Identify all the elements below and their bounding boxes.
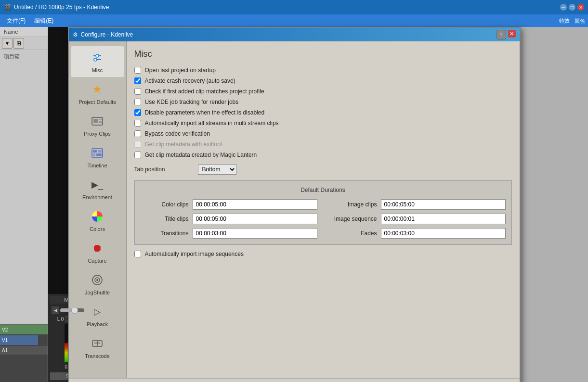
jogshuttle-icon — [90, 272, 105, 288]
menu-file[interactable]: 文件(F) — [3, 16, 29, 26]
duration-fades: Fades — [329, 228, 506, 239]
fades-input[interactable] — [381, 228, 506, 239]
project-defaults-icon: ★ — [90, 82, 105, 97]
svg-point-17 — [96, 279, 98, 281]
sidebar-jog-label: JogShuttle — [85, 290, 110, 295]
app-title: Untitled / HD 1080p 25 fps - Kdenlive — [14, 4, 109, 11]
default-durations-box: Default Durations Color clips Image clip… — [134, 180, 512, 245]
checkbox-disable-params-label: Disable parameters when the effect is di… — [145, 109, 265, 116]
checkbox-magic-lantern-input[interactable] — [134, 152, 141, 158]
checkbox-magic-lantern: Get clip metadata created by Magic Lante… — [134, 152, 512, 158]
dialog-main-content: Misc Open last project on startup Activa… — [127, 41, 520, 378]
sidebar-item-jogshuttle[interactable]: JogShuttle — [71, 268, 124, 299]
sidebar-item-capture[interactable]: ⏺ Capture — [71, 237, 124, 267]
tab-position-select[interactable]: Bottom Top Left Right — [198, 164, 236, 175]
sidebar-item-playback[interactable]: ▷ Playback — [71, 300, 124, 331]
svg-rect-10 — [93, 150, 97, 153]
svg-rect-5 — [93, 119, 98, 123]
dialog-body: Misc ★ Project Defaults — [69, 41, 520, 378]
checkbox-exiftool-label: Get clip metadata with exiftool — [145, 141, 222, 148]
checkbox-check-profile-label: Check if first added clip matches projec… — [145, 88, 264, 95]
checkbox-disable-params-input[interactable] — [134, 109, 141, 116]
sidebar-playback-label: Playback — [87, 321, 108, 327]
color-clips-input[interactable] — [193, 199, 317, 210]
colors-icon — [90, 209, 105, 224]
close-btn[interactable]: ✕ — [577, 4, 584, 11]
checkbox-exiftool-input[interactable] — [134, 141, 141, 148]
sidebar-item-misc[interactable]: Misc — [71, 46, 124, 77]
svg-rect-12 — [93, 153, 95, 156]
image-sequence-input[interactable] — [381, 214, 506, 224]
svg-rect-13 — [96, 153, 102, 156]
sidebar: Misc ★ Project Defaults — [69, 41, 127, 378]
tab-position-label: Tab position — [134, 166, 192, 173]
checkbox-import-streams-input[interactable] — [134, 120, 141, 127]
dialog-footer: Restore Defaults OK ✕ Cancel Apply ? Hel… — [69, 378, 520, 382]
image-sequence-label: Image sequence — [329, 216, 377, 222]
checkbox-magic-lantern-label: Get clip metadata created by Magic Lante… — [145, 152, 257, 158]
sidebar-transcode-label: Transcode — [85, 353, 110, 359]
volume-knob[interactable] — [71, 307, 78, 314]
sidebar-item-timeline[interactable]: Timeline — [71, 141, 124, 172]
checkbox-import-streams-label: Automatically import all streams in mult… — [145, 120, 279, 127]
duration-color-clips: Color clips — [141, 199, 317, 210]
sidebar-item-transcode[interactable]: Transcode — [71, 332, 124, 363]
checkboxes-section: Open last project on startup Activate cr… — [134, 67, 512, 158]
timeline-icon — [90, 145, 105, 161]
app-icon: 🎬 — [4, 4, 11, 11]
checkbox-import-streams: Automatically import all streams in mult… — [134, 120, 512, 127]
app-container: Name ▾ ⊞ 项目箱 V2 V1 A1 ⚙ — [0, 27, 588, 382]
title-bar-left: 🎬 Untitled / HD 1080p 25 fps - Kdenlive — [4, 4, 109, 11]
configure-dialog: ⚙ Configure - Kdenlive ? ✕ — [68, 27, 521, 382]
sidebar-item-project-defaults[interactable]: ★ Project Defaults — [71, 78, 124, 109]
dialog-title-bar: ⚙ Configure - Kdenlive ? ✕ — [69, 28, 520, 41]
misc-icon — [90, 50, 105, 65]
title-clips-label: Title clips — [141, 216, 189, 222]
svg-rect-9 — [92, 149, 103, 157]
sidebar-proxy-label: Proxy Clips — [84, 131, 111, 137]
checkbox-auto-import-input[interactable] — [134, 251, 141, 257]
content-title: Misc — [134, 49, 512, 59]
sidebar-env-label: Environment — [82, 194, 112, 200]
app-title-bar: 🎬 Untitled / HD 1080p 25 fps - Kdenlive … — [0, 0, 588, 14]
sidebar-item-environment[interactable]: ▶_ Environment — [71, 173, 124, 204]
sidebar-item-proxy-clips[interactable]: Proxy Clips — [71, 110, 124, 140]
dialog-title-controls: ? ✕ — [497, 30, 516, 39]
dialog-close-btn[interactable]: ✕ — [508, 30, 516, 38]
checkbox-bypass-codec: Bypass codec verification — [134, 130, 512, 137]
menu-edit[interactable]: 编辑(E) — [30, 16, 57, 26]
volume-slider[interactable] — [60, 308, 84, 312]
fades-label: Fades — [329, 230, 377, 237]
dialog-overlay: ⚙ Configure - Kdenlive ? ✕ — [0, 27, 588, 382]
checkbox-bypass-codec-label: Bypass codec verification — [145, 130, 210, 137]
checkbox-kde-jobs: Use KDE job tracking for render jobs — [134, 99, 512, 105]
sidebar-item-colors[interactable]: Colors — [71, 205, 124, 236]
environment-icon: ▶_ — [90, 177, 105, 192]
checkbox-bypass-codec-input[interactable] — [134, 130, 141, 137]
durations-grid: Color clips Image clips Title clips — [141, 199, 506, 239]
checkbox-open-last-label: Open last project on startup — [145, 67, 216, 74]
transitions-input[interactable] — [193, 228, 317, 239]
title-bar-controls: ─ □ ✕ — [560, 4, 584, 11]
checkbox-crash-recovery: Activate crash recovery (auto save) — [134, 77, 512, 84]
dialog-help-icon[interactable]: ? — [497, 30, 506, 39]
color-clips-label: Color clips — [141, 201, 189, 208]
svg-point-1 — [96, 54, 99, 57]
duration-transitions: Transitions — [141, 228, 317, 239]
maximize-btn[interactable]: □ — [569, 4, 575, 11]
checkbox-crash-recovery-input[interactable] — [134, 77, 141, 84]
duration-image-clips: Image clips — [329, 199, 506, 210]
image-clips-input[interactable] — [381, 199, 506, 210]
minimize-btn[interactable]: ─ — [560, 4, 567, 11]
capture-icon: ⏺ — [90, 241, 105, 256]
checkbox-kde-jobs-input[interactable] — [134, 99, 141, 105]
checkbox-check-profile-input[interactable] — [134, 88, 141, 95]
svg-point-3 — [94, 58, 97, 61]
svg-rect-11 — [98, 150, 102, 153]
checkbox-crash-recovery-label: Activate crash recovery (auto save) — [145, 77, 235, 84]
dialog-icon: ⚙ — [73, 31, 78, 38]
checkbox-exiftool: Get clip metadata with exiftool — [134, 141, 512, 148]
checkbox-open-last-input[interactable] — [134, 67, 141, 74]
duration-title-clips: Title clips — [141, 214, 317, 224]
title-clips-input[interactable] — [193, 214, 317, 224]
